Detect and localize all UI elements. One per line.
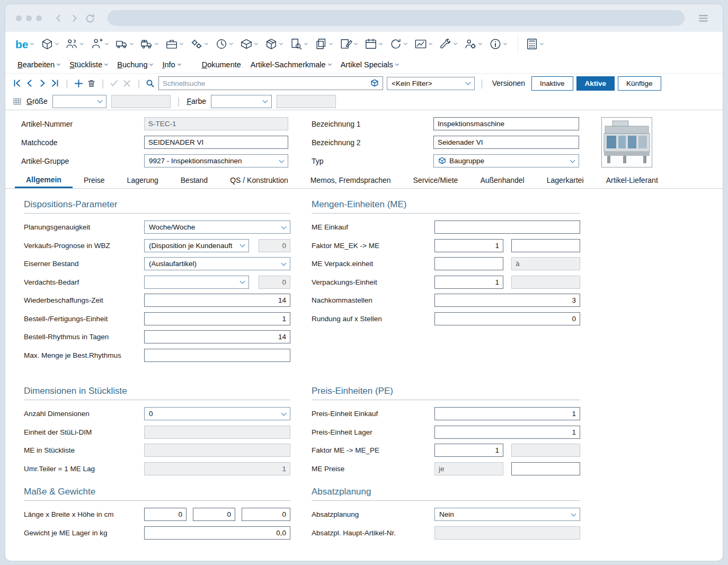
chevron-down-icon	[328, 62, 332, 66]
me-verpackeinheit-field[interactable]	[434, 257, 503, 270]
package-alt-icon[interactable]	[261, 34, 286, 54]
verdachts-bedarf-select[interactable]	[144, 276, 249, 289]
delivery-van-icon[interactable]	[112, 34, 137, 54]
chart-window-icon[interactable]	[411, 34, 436, 54]
me-einkauf-field[interactable]	[434, 220, 580, 234]
breite-field[interactable]: 0	[193, 508, 235, 521]
next-record-icon[interactable]	[38, 79, 47, 88]
bestell-fertigungs-einheit-field[interactable]: 1	[144, 312, 290, 325]
sync-icon[interactable]	[386, 34, 411, 54]
document-search-icon[interactable]	[286, 34, 311, 54]
tools-icon[interactable]	[436, 34, 460, 54]
package-open-icon[interactable]	[236, 34, 261, 54]
chevron-down-icon	[154, 41, 158, 45]
search-input[interactable]	[163, 80, 367, 87]
last-record-icon[interactable]	[51, 79, 60, 88]
filter-select[interactable]: <Kein Filter>	[387, 77, 475, 90]
briefcase-icon[interactable]	[162, 34, 187, 54]
preis-einheit-lager-field[interactable]: 1	[434, 426, 580, 439]
bezeichnung1-field[interactable]: Inspektionsmaschine	[433, 117, 579, 130]
chevron-down-icon	[395, 62, 399, 66]
forward-icon[interactable]	[67, 11, 81, 25]
search-icon[interactable]	[146, 79, 155, 88]
faktor-me-pe-field[interactable]: 1	[434, 444, 503, 457]
tab-allgemein[interactable]: Allgemein	[15, 172, 73, 188]
faktor-me-ek-field[interactable]: 1	[434, 239, 503, 252]
menu-artikel-sachmerkmale[interactable]: Artikel-Sachmerkmale	[248, 60, 334, 69]
wiederbeschaffungszeit-field[interactable]: 14	[144, 294, 290, 307]
nachkommastellen-field[interactable]: 3	[434, 294, 580, 307]
tab-lagerung[interactable]: Lagerung	[116, 172, 170, 188]
menu-info[interactable]: Info	[159, 60, 183, 69]
beas-logo[interactable]: be	[12, 34, 37, 54]
absatzplanung-select[interactable]: Nein	[434, 508, 580, 521]
clock-icon[interactable]	[211, 34, 236, 54]
menu-dokumente[interactable]: Dokumente	[199, 60, 244, 69]
max-menge-field[interactable]	[144, 349, 290, 362]
kuenftige-button[interactable]: Künftige	[618, 76, 661, 91]
menu-bearbeiten[interactable]: Bearbeiten	[15, 60, 63, 69]
user-gear-icon[interactable]	[460, 34, 485, 54]
menu-artikel-specials[interactable]: Artikel Specials	[338, 60, 401, 69]
chevron-down-icon	[403, 41, 407, 45]
eiserner-bestand-select[interactable]: (Auslaufartikel)	[144, 257, 290, 270]
gears-icon[interactable]	[187, 34, 211, 54]
tab-aussenhandel[interactable]: Außenhandel	[469, 172, 535, 188]
refresh-icon[interactable]	[83, 11, 97, 25]
edit-document-icon[interactable]	[336, 34, 361, 54]
chevron-down-icon	[149, 62, 153, 66]
tab-lagerkartei[interactable]: Lagerkartei	[536, 172, 595, 188]
chevron-down-icon	[279, 157, 285, 163]
previous-record-icon[interactable]	[25, 79, 34, 88]
aktive-button[interactable]: Aktive	[576, 76, 615, 91]
bestell-rhythmus-field[interactable]: 14	[144, 330, 290, 343]
typ-select[interactable]: Baugruppe	[433, 154, 579, 167]
me-preise-field[interactable]	[511, 462, 580, 475]
tab-memos-fremdsprachen[interactable]: Memos, Fremdsprachen	[299, 172, 402, 188]
section-absatzplanung: Absatzplanung Absatzplanung Nein Absatzp…	[312, 476, 580, 561]
copy-documents-icon[interactable]	[311, 34, 336, 54]
cancel-icon[interactable]	[122, 79, 131, 88]
info-circle-icon[interactable]	[485, 34, 510, 54]
laenge-field[interactable]: 0	[144, 508, 187, 521]
tab-preise[interactable]: Preise	[73, 172, 116, 188]
menu-hamburger-icon[interactable]	[696, 11, 710, 25]
truck-cargo-icon[interactable]	[137, 34, 162, 54]
gewicht-field[interactable]: 0,0	[144, 526, 290, 540]
matchcode-field[interactable]: SEIDENADER VI	[144, 136, 288, 149]
artikel-gruppe-select[interactable]: 9927 - Inspektionsmaschinen	[144, 154, 288, 167]
users-icon[interactable]	[62, 34, 87, 54]
tab-artikel-lieferant[interactable]: Artikel-Lieferant	[595, 172, 669, 188]
tab-bestand[interactable]: Bestand	[170, 172, 219, 188]
tab-qs-konstruktion[interactable]: QS / Konstruktion	[219, 172, 299, 188]
menu-buchung[interactable]: Buchung	[114, 60, 155, 69]
bezeichnung2-field[interactable]: Seidenader VI	[433, 136, 579, 149]
tab-service-miete[interactable]: Service/Miete	[402, 172, 469, 188]
variant-matrix-icon[interactable]	[13, 97, 22, 106]
first-record-icon[interactable]	[13, 79, 22, 88]
package-icon[interactable]	[370, 79, 379, 87]
confirm-icon[interactable]	[110, 79, 119, 88]
preis-einheit-einkauf-field[interactable]: 1	[434, 407, 580, 420]
address-bar[interactable]	[108, 10, 685, 26]
planungsgenauigkeit-select[interactable]: Woche/Woche	[144, 220, 290, 234]
hoehe-field[interactable]: 0	[242, 508, 290, 521]
groesse-select[interactable]	[52, 95, 106, 108]
anzahl-dimensionen-select[interactable]: 0	[144, 407, 290, 420]
calendar-icon[interactable]	[361, 34, 386, 54]
menu-stueckliste[interactable]: Stückliste	[67, 60, 110, 69]
inaktive-button[interactable]: Inaktive	[531, 76, 573, 91]
rundung-field[interactable]: 0	[434, 312, 580, 325]
verkaufs-prognose-select[interactable]: (Disposition je Kundenauft	[144, 239, 249, 252]
verpackungs-einheit-field[interactable]: 1	[434, 276, 503, 289]
calculator-icon[interactable]	[518, 34, 547, 54]
chevron-down-icon	[329, 41, 332, 45]
quick-search-box[interactable]	[158, 76, 383, 90]
delete-record-icon[interactable]	[87, 79, 96, 88]
add-record-icon[interactable]	[74, 79, 83, 88]
farbe-select[interactable]	[211, 95, 272, 108]
user-group-add-icon[interactable]	[87, 34, 112, 54]
package-icon[interactable]	[37, 34, 62, 54]
faktor-me-ek-unit-field[interactable]	[511, 239, 580, 252]
back-icon[interactable]	[51, 11, 65, 25]
